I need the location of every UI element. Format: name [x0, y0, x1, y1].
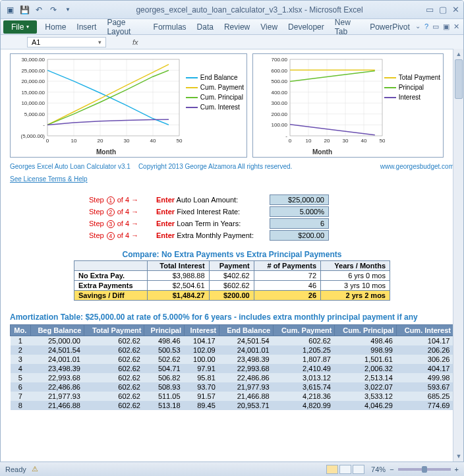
zoom-in-icon[interactable]: +: [455, 465, 459, 473]
view-page-layout[interactable]: [339, 465, 351, 474]
tab-new-tab[interactable]: New Tab: [330, 16, 364, 38]
svg-text:10,000.00: 10,000.00: [21, 100, 45, 106]
input-label: Enter Extra Monthly Payment:: [156, 231, 262, 239]
amort-cell: 95.81: [185, 373, 219, 382]
amort-cell: 3,022.07: [335, 382, 397, 392]
svg-text:-: -: [43, 122, 45, 128]
qat-dropdown-icon[interactable]: ▼: [63, 5, 73, 15]
save-icon[interactable]: 💾: [19, 5, 30, 15]
license-link[interactable]: See License Terms & Help: [10, 175, 88, 183]
svg-rect-57: [290, 59, 382, 136]
file-tab[interactable]: File▾: [3, 20, 37, 34]
formula-bar: A1▾ fx: [1, 35, 463, 49]
vertical-scrollbar[interactable]: ▲ ▼: [453, 49, 463, 461]
zoom-level[interactable]: 74%: [371, 465, 386, 473]
redo-icon[interactable]: ↷: [48, 5, 59, 15]
help-icon[interactable]: ?: [424, 22, 428, 31]
title-bar: ▣ 💾 ↶ ↷ ▼ georges_excel_auto_loan_calcul…: [1, 1, 463, 19]
amort-cell: 206.26: [397, 345, 454, 355]
undo-icon[interactable]: ↶: [34, 5, 44, 15]
compare-cell: $2,504.61: [147, 281, 209, 291]
doc-minimize-icon[interactable]: ▭: [432, 22, 439, 31]
compare-cell: $402.62: [209, 271, 254, 281]
amort-cell: 5: [11, 373, 31, 382]
chart2-xlabel: Month: [312, 148, 332, 156]
input-value[interactable]: $200.00: [270, 230, 329, 241]
chart1-xlabel: Month: [96, 148, 116, 156]
compare-title: Compare: No Extra Payments vs Extra Prin…: [10, 250, 454, 259]
view-page-break[interactable]: [353, 465, 364, 474]
tab-insert[interactable]: Insert: [71, 20, 102, 34]
compare-row-label: Savings / Diff: [74, 291, 148, 301]
tab-home[interactable]: Home: [40, 20, 71, 34]
status-warn-icon: ⚠: [32, 465, 38, 473]
tab-powerpivot[interactable]: PowerPivot: [364, 20, 415, 34]
tab-developer[interactable]: Developer: [283, 20, 330, 34]
zoom-out-icon[interactable]: −: [390, 465, 393, 473]
website-link[interactable]: www.georgesbudget.com: [380, 163, 454, 170]
svg-text:300.00: 300.00: [272, 100, 288, 106]
input-value[interactable]: $25,000.00: [270, 194, 329, 205]
tab-view[interactable]: View: [255, 20, 283, 34]
svg-text:0: 0: [46, 138, 49, 144]
amort-cell: 500.53: [144, 345, 185, 355]
compare-cell: 26: [254, 291, 320, 301]
view-normal[interactable]: [326, 465, 338, 474]
maximize-icon[interactable]: ▢: [439, 5, 447, 15]
legend-label: Cum. Principal: [200, 94, 243, 101]
tab-page-layout[interactable]: Page Layout: [102, 16, 148, 38]
chart-payment-breakdown[interactable]: -100.00200.00300.00400.00500.00600.00700…: [252, 53, 444, 158]
tab-data[interactable]: Data: [192, 20, 219, 34]
amort-cell: 498.46: [144, 336, 185, 346]
close-icon[interactable]: ✕: [452, 5, 459, 15]
scroll-up-icon[interactable]: ▲: [453, 49, 464, 59]
amort-cell: 22,993.68: [30, 373, 84, 382]
tab-formulas[interactable]: Formulas: [148, 20, 192, 34]
compare-header: Total Interest: [147, 261, 209, 271]
amort-cell: 4,218.36: [274, 392, 335, 401]
svg-text:400.00: 400.00: [272, 90, 288, 96]
input-value[interactable]: 6: [270, 218, 329, 229]
chevron-down-icon[interactable]: ▾: [98, 39, 102, 45]
doc-restore-icon[interactable]: ▣: [443, 22, 450, 31]
chart-cumulative[interactable]: (5,000.00)-5,000.0010,000.0015,000.0020,…: [10, 53, 247, 158]
compare-cell: 2 yrs 2 mos: [321, 291, 390, 301]
amort-cell: 3,013.12: [274, 373, 335, 382]
step-label: Step 3 of 4 →: [89, 220, 148, 228]
tab-review[interactable]: Review: [219, 20, 255, 34]
scroll-down-icon[interactable]: ▼: [453, 451, 464, 461]
amort-cell: 998.99: [335, 345, 397, 355]
amort-cell: 104.17: [185, 336, 219, 346]
zoom-slider[interactable]: [398, 468, 451, 471]
amort-cell: 4,820.99: [274, 401, 335, 410]
compare-cell: 6 yrs 0 mos: [321, 271, 390, 281]
svg-text:-: -: [285, 133, 287, 139]
fx-label[interactable]: fx: [132, 38, 138, 46]
doc-close-icon[interactable]: ✕: [453, 22, 459, 31]
amort-cell: 97.91: [185, 364, 219, 373]
svg-text:20,000.00: 20,000.00: [21, 78, 45, 84]
amort-cell: 4,046.29: [335, 401, 397, 410]
amort-cell: 21,977.93: [219, 382, 274, 392]
amort-cell: 25,000.00: [30, 336, 84, 346]
amort-cell: 3: [11, 355, 31, 364]
amort-cell: 93.70: [185, 382, 219, 392]
svg-text:50: 50: [380, 138, 385, 144]
svg-text:100.00: 100.00: [272, 122, 288, 128]
compare-cell: $602.62: [209, 281, 254, 291]
svg-text:10: 10: [71, 138, 77, 144]
ribbon: File▾ Home Insert Page Layout Formulas D…: [1, 19, 463, 35]
status-ready: Ready: [5, 465, 26, 473]
input-label: Enter Loan Term in Years:: [156, 220, 262, 227]
minimize-icon[interactable]: ▭: [426, 5, 434, 15]
scroll-thumb[interactable]: [455, 59, 463, 99]
svg-text:5,000.00: 5,000.00: [24, 111, 45, 117]
input-value[interactable]: 5.000%: [270, 206, 329, 217]
ribbon-minimize-icon[interactable]: ⌄: [415, 22, 420, 31]
svg-text:30,000.00: 30,000.00: [21, 57, 45, 63]
svg-text:700.00: 700.00: [272, 57, 288, 63]
amort-header: Principal: [144, 325, 185, 336]
legend-label: Cum. Payment: [200, 84, 244, 91]
name-box[interactable]: A1▾: [27, 37, 106, 47]
amort-cell: 1,807.87: [274, 355, 335, 364]
